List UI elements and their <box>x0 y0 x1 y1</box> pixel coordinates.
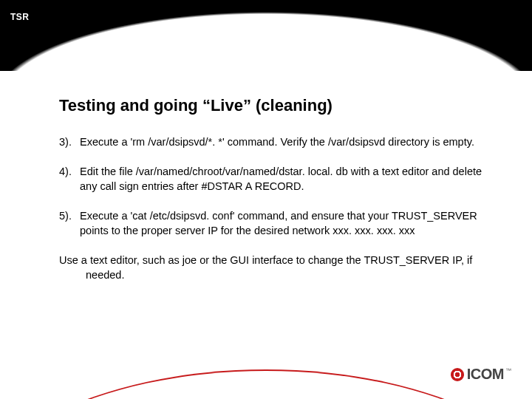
list-item: 4). Edit the file /var/named/chroot/var/… <box>59 164 488 194</box>
list-item: 3). Execute a 'rm /var/dsipsvd/*. *' com… <box>59 134 488 149</box>
item-number: 5). <box>59 208 80 238</box>
closing-text: Use a text editor, such as joe or the GU… <box>59 253 488 282</box>
list-item: 5). Execute a 'cat /etc/dsipsvd. conf' c… <box>59 208 488 238</box>
slide: TSR Testing and going “Live” (cleaning) … <box>0 0 532 399</box>
header-band: TSR <box>0 0 532 71</box>
closing-note: Use a text editor, such as joe or the GU… <box>59 253 488 282</box>
item-text: Edit the file /var/named/chroot/var/name… <box>80 164 488 194</box>
trademark-symbol: ™ <box>505 367 511 374</box>
slide-content: Testing and going “Live” (cleaning) 3). … <box>59 96 488 282</box>
item-number: 4). <box>59 164 80 194</box>
slide-title: Testing and going “Live” (cleaning) <box>59 96 488 115</box>
item-number: 3). <box>59 134 80 149</box>
footer: ICOM ™ <box>0 355 532 399</box>
item-text: Execute a 'cat /etc/dsipsvd. conf' comma… <box>80 208 488 238</box>
icom-bullseye-icon <box>451 368 464 381</box>
icom-wordmark: ICOM <box>467 366 504 383</box>
icom-logo: ICOM ™ <box>451 366 511 383</box>
header-badge: TSR <box>10 12 30 22</box>
item-text: Execute a 'rm /var/dsipsvd/*. *' command… <box>80 134 488 149</box>
